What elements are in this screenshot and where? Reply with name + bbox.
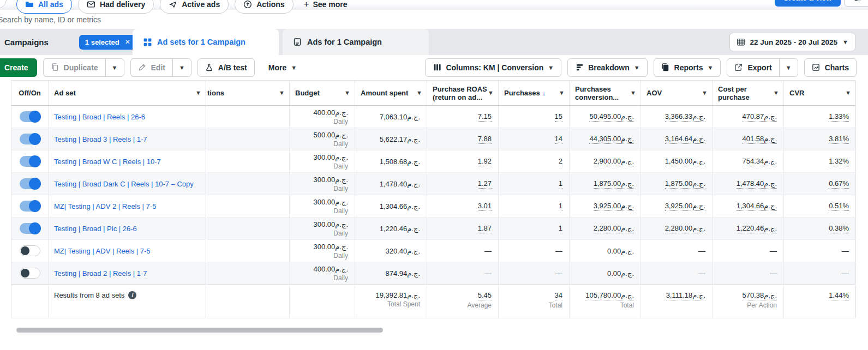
ab-test-button[interactable]: A/B test [197,58,255,77]
currency-suffix: ج.م. [407,225,420,233]
metric-value[interactable]: 1,478.40ج.م. [737,179,777,189]
date-range-picker[interactable]: 22 Jun 2025 - 20 Jul 2025 ▼ [729,33,856,51]
filter-pill-all-ads[interactable]: All ads [16,0,72,14]
adset-name-link[interactable]: Testing | Broad Dark C | Reels | 10-7 – … [54,180,194,188]
header-truncated-column[interactable]: tions▼ [206,81,290,105]
adset-toggle[interactable] [20,111,40,122]
metric-value[interactable]: 3,164.64ج.م. [665,135,705,144]
metric-value[interactable]: 3,925.00ج.م. [665,202,705,211]
filter-pill-active-ads[interactable]: Active ads [160,0,229,14]
metric-value[interactable]: 15 [555,112,562,122]
adset-toggle[interactable] [20,201,40,212]
adset-toggle[interactable] [20,134,40,144]
metric-value[interactable]: 401.58ج.م. [743,135,777,144]
charts-button[interactable]: Charts [804,58,857,77]
metric-value[interactable]: 470.87ج.م. [743,112,777,122]
metric-value[interactable]: 2,900.00ج.م. [594,157,634,166]
adset-name-link[interactable]: MZ| Testing | ADV | Reels | 7-5 [54,247,151,255]
adset-toggle[interactable] [20,223,40,234]
adset-name-link[interactable]: Testing | Broad 3 | Reels | 1-7 [54,135,147,143]
metric-value[interactable]: 1.92 [478,157,492,166]
metric-value[interactable]: 3,111.18ج.م. [666,291,705,300]
header-ad-set[interactable]: Ad set▼ [49,81,206,105]
search-input[interactable]: Search by name, ID or metrics [0,15,101,24]
edit-menu-button[interactable]: ▼ [172,59,191,76]
metric-value[interactable]: 1.27 [478,179,492,189]
header-aov[interactable]: AOV▼ [641,81,713,105]
metric-value[interactable]: 1.32% [829,157,849,166]
header-cost-per-purchase[interactable]: Cost perpurchase ▼ [713,81,784,105]
metric-value[interactable]: 1.33% [829,112,849,122]
metric-value[interactable]: 14 [555,135,562,144]
filter-pill-actions[interactable]: Actions [235,0,293,14]
adset-name-link[interactable]: Testing | Broad | Reels | 26-6 [54,113,145,121]
more-button[interactable]: More ▼ [264,63,301,72]
header-purchase-roas[interactable]: Purchase ROAS(return on ad... ▼ [427,81,499,105]
metric-value[interactable]: 570.38ج.م. [743,291,777,300]
filter-pill-had-delivery[interactable]: Had delivery [78,0,154,14]
metric-value[interactable]: 1,220.46ج.م. [737,224,777,233]
metric-value[interactable]: 3,366.33ج.م. [665,112,705,122]
adset-toggle[interactable] [20,245,40,256]
metric-value[interactable]: 5.45 [478,291,492,300]
adset-name-link[interactable]: Testing | Broad 2 | Reels | 1-7 [54,269,147,277]
see-more-button[interactable]: + See more [304,0,348,10]
adset-toggle[interactable] [20,178,40,189]
horizontal-scrollbar[interactable] [16,328,383,333]
create-view-button[interactable]: Create a view [775,0,841,7]
metric-value[interactable]: 2,280.00ج.م. [594,224,634,233]
adset-toggle[interactable] [20,268,40,279]
metric-value[interactable]: 1.44% [829,291,849,300]
metric-value[interactable]: 3.01 [478,202,492,211]
metric-value[interactable]: 3,925.00ج.م. [594,202,634,211]
duplicate-button[interactable]: Duplicate [44,59,105,76]
close-icon[interactable]: ✕ [125,38,130,46]
metric-value[interactable]: 754.34ج.م. [743,157,777,166]
metric-value[interactable]: 0.51% [829,202,849,211]
reports-button[interactable]: Reports ▼ [654,58,721,77]
info-icon[interactable]: i [128,291,136,299]
metric-value[interactable]: 50,495.00ج.م. [589,112,634,122]
adset-name-link[interactable]: Testing | Broad | Plc | 26-6 [54,225,137,233]
ads-manager-app: All ads Had delivery Active ads Actions [0,0,868,350]
metric-value[interactable]: 7.15 [478,112,492,122]
header-amount-spent[interactable]: Amount spent▼ [355,81,427,105]
metric-value[interactable]: 0.38% [829,224,849,233]
metric-value[interactable]: 44,305.00ج.م. [589,135,634,144]
metric-value[interactable]: 1,304.66ج.م. [737,202,777,211]
metric-value[interactable]: 0.67% [829,179,849,189]
clipped-pill[interactable] [0,0,7,9]
metric-value[interactable]: 1 [559,179,562,189]
header-cvr[interactable]: CVR▼ [784,81,856,105]
metric-value[interactable]: 1 [559,224,562,233]
metric-value[interactable]: 1 [559,202,562,211]
edit-button[interactable]: Edit [131,59,172,76]
adset-toggle[interactable] [20,156,40,167]
metric-value[interactable]: 1.87 [478,224,492,233]
metric-value[interactable]: 2 [559,157,562,166]
metric-value[interactable]: 1,450.00ج.م. [665,157,705,166]
metric-value[interactable]: 105,780.00ج.م. [585,291,634,300]
duplicate-menu-button[interactable]: ▼ [105,59,124,76]
metric-value[interactable]: 1,875.00ج.م. [665,179,705,189]
metric-value[interactable]: 3.81% [829,135,849,144]
adset-name-link[interactable]: Testing | Broad W C | Reels | 10-7 [54,158,161,166]
tab-ad-sets[interactable]: Ad sets for 1 Campaign [133,29,279,55]
selected-filter-badge[interactable]: 1 selected ✕ [79,35,136,50]
metric-value[interactable]: 7.88 [478,135,492,144]
breakdown-button[interactable]: Breakdown ▼ [567,58,647,77]
tab-campaigns[interactable]: Campaigns [4,38,49,47]
tab-ads[interactable]: Ads for 1 Campaign [283,29,429,55]
export-button[interactable]: Export [727,59,779,76]
metric-value[interactable]: 2,280.00ج.م. [665,224,705,233]
header-purchases-conversion[interactable]: Purchasesconversion... ▼ [570,81,641,105]
columns-button[interactable]: Columns: KM | Conversion ▼ [425,58,561,77]
export-menu-button[interactable]: ▼ [779,59,798,76]
view-settings-button[interactable] [844,0,868,7]
adset-name-link[interactable]: MZ| Testing | ADV 2 | Reels | 7-5 [54,202,156,210]
create-button[interactable]: Create [0,58,37,77]
metric-value[interactable]: 1,875.00ج.م. [594,179,634,189]
header-budget[interactable]: Budget▼ [290,81,355,105]
header-purchases[interactable]: Purchases↓ ▼ [499,81,570,105]
metric-value[interactable]: 34 [555,291,562,300]
